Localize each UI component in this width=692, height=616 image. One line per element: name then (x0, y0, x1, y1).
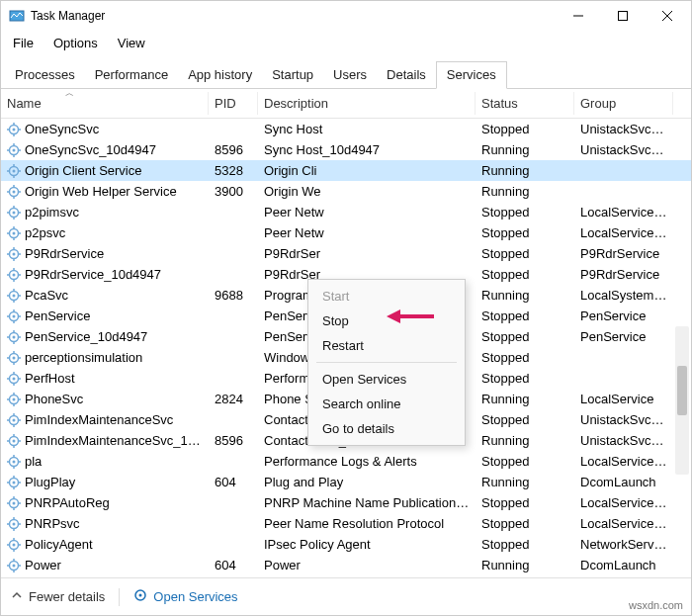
table-row[interactable]: p2pimsvcPeer NetwStoppedLocalServicePe… (1, 202, 691, 222)
service-description: IPsec Policy Agent (258, 533, 476, 556)
column-pid[interactable]: PID (209, 92, 258, 115)
open-services-link[interactable]: Open Services (133, 588, 237, 605)
ctx-go-to-details[interactable]: Go to details (308, 416, 465, 441)
service-status: Running (476, 429, 574, 452)
context-menu: Start Stop Restart Open Services Search … (307, 279, 466, 446)
close-button[interactable] (645, 1, 689, 31)
tab-bar: ProcessesPerformanceApp historyStartupUs… (1, 54, 691, 89)
service-status: Stopped (476, 408, 574, 431)
fewer-details-button[interactable]: Fewer details (11, 589, 105, 604)
svg-point-6 (13, 128, 16, 131)
service-description: Origin Cli (258, 159, 476, 182)
service-group: UnistackSvcGro… (574, 138, 673, 161)
service-status: Running (476, 138, 574, 161)
service-icon (7, 164, 21, 178)
table-row[interactable]: PlugPlay604Plug and PlayRunningDcomLaunc… (1, 472, 691, 492)
tab-services[interactable]: Services (436, 61, 507, 89)
column-status[interactable]: Status (476, 92, 574, 115)
svg-point-114 (13, 501, 16, 504)
service-icon (7, 476, 21, 489)
service-status: Stopped (476, 491, 574, 514)
service-name: PimIndexMaintenanceSvc (25, 412, 173, 427)
service-group (574, 167, 673, 175)
service-description: PNRP Machine Name Publication Serv… (258, 491, 476, 514)
menu-options[interactable]: Options (45, 34, 106, 52)
table-row[interactable]: OneSyncSvcSync HostStoppedUnistackSvcGro… (1, 119, 691, 139)
table-row[interactable]: Origin Web Helper Service3900Origin WeRu… (1, 181, 691, 202)
service-icon (7, 206, 21, 220)
svg-point-24 (13, 190, 16, 193)
service-group: print (574, 574, 673, 577)
table-row[interactable]: P9RdrServiceP9RdrSerStoppedP9RdrService (1, 243, 691, 264)
table-row[interactable]: PolicyAgentIPsec Policy AgentStoppedNetw… (1, 534, 691, 555)
svg-point-12 (13, 148, 16, 151)
service-list: OneSyncSvcSync HostStoppedUnistackSvcGro… (1, 119, 691, 577)
ctx-stop[interactable]: Stop (308, 308, 465, 333)
service-group: LocalServicePe… (574, 201, 673, 223)
table-row[interactable]: PNRPAutoRegPNRP Machine Name Publication… (1, 492, 691, 513)
svg-point-48 (13, 273, 16, 276)
ctx-search-online[interactable]: Search online (308, 392, 465, 416)
svg-point-146 (139, 594, 142, 597)
service-status: Stopped (476, 119, 574, 140)
task-manager-window: Task Manager File Options View Processes… (0, 0, 692, 616)
table-row[interactable]: p2psvcPeer NetwStoppedLocalServicePe… (1, 222, 691, 243)
table-row[interactable]: Power604PowerRunningDcomLaunch (1, 555, 691, 575)
scrollbar-thumb[interactable] (677, 366, 687, 415)
service-name: perceptionsimulation (25, 350, 142, 365)
service-description: Peer Netw (258, 201, 476, 223)
tab-startup[interactable]: Startup (262, 62, 323, 88)
service-name: PlugPlay (25, 475, 75, 489)
service-icon (7, 330, 21, 344)
minimize-button[interactable] (556, 1, 600, 31)
service-group (574, 354, 673, 362)
service-icon (7, 455, 21, 469)
service-icon (7, 247, 21, 261)
svg-point-54 (13, 294, 16, 297)
svg-point-96 (13, 439, 16, 442)
table-row[interactable]: OneSyncSvc_10d49478596Sync Host_10d4947R… (1, 139, 691, 160)
service-status: Stopped (476, 201, 574, 223)
table-row[interactable]: PNRPsvcPeer Name Resolution ProtocolStop… (1, 513, 691, 534)
service-icon (7, 538, 21, 552)
tab-app-history[interactable]: App history (178, 62, 262, 88)
service-pid (209, 499, 258, 507)
tab-processes[interactable]: Processes (5, 62, 85, 88)
service-group (574, 188, 673, 196)
service-status: Stopped (476, 367, 574, 390)
service-icon (7, 289, 21, 303)
ctx-separator (316, 362, 457, 363)
maximize-button[interactable] (600, 1, 645, 31)
menu-view[interactable]: View (110, 34, 153, 52)
table-row[interactable]: PrintNotifyPrinter Extensions and Notifi… (1, 575, 691, 577)
service-name: Origin Client Service (25, 163, 142, 178)
service-description: Sync Host_10d4947 (258, 138, 476, 161)
column-headers: ︿ Name PID Description Status Group (1, 89, 691, 119)
service-group: LocalServiceNo… (574, 450, 673, 473)
scrollbar[interactable] (675, 326, 689, 475)
service-pid (209, 209, 258, 217)
service-name: PolicyAgent (25, 537, 93, 552)
table-row[interactable]: Origin Client Service5328Origin CliRunni… (1, 160, 691, 181)
service-group: P9RdrService (574, 263, 673, 286)
service-pid: 2824 (209, 388, 258, 410)
chevron-up-icon (11, 589, 23, 604)
tab-details[interactable]: Details (377, 62, 436, 88)
service-icon (7, 517, 21, 531)
ctx-open-services[interactable]: Open Services (308, 367, 465, 392)
table-row[interactable]: plaPerformance Logs & AlertsStoppedLocal… (1, 451, 691, 472)
service-name: Power (25, 558, 61, 572)
ctx-restart[interactable]: Restart (308, 333, 465, 358)
service-status: Stopped (476, 574, 574, 577)
service-pid: 9688 (209, 284, 258, 307)
service-pid: 604 (209, 554, 258, 576)
service-group: LocalServicePe… (574, 221, 673, 244)
service-pid (209, 541, 258, 549)
column-name[interactable]: Name (1, 92, 209, 115)
tab-users[interactable]: Users (323, 62, 377, 88)
svg-point-78 (13, 377, 16, 380)
menu-file[interactable]: File (5, 34, 42, 52)
column-description[interactable]: Description (258, 92, 476, 115)
column-group[interactable]: Group (574, 92, 673, 115)
tab-performance[interactable]: Performance (85, 62, 178, 88)
